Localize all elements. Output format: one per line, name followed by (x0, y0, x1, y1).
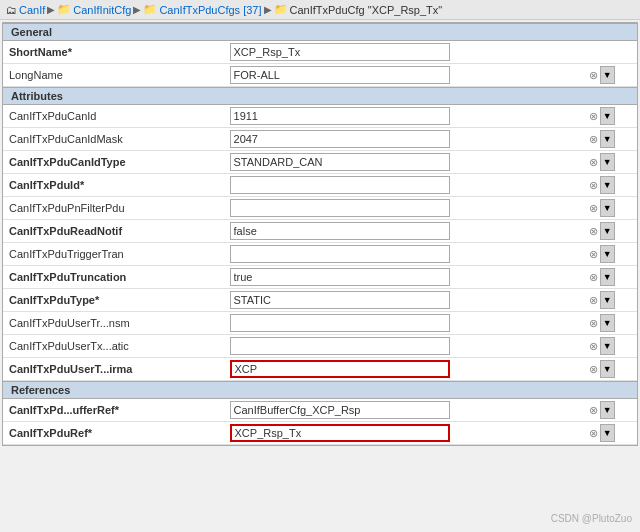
breadcrumb-link-2[interactable]: CanIfTxPduCfgs [37] (159, 4, 261, 16)
clear-button-attributes-pduid[interactable]: ⊗ (588, 180, 599, 191)
clear-button-attributes-canidtype[interactable]: ⊗ (588, 157, 599, 168)
value-cell-references-pdoref (224, 422, 582, 445)
ctrl-cell-attributes-triggertran: ⊗▼ (582, 243, 637, 266)
dropdown-button-references-bufferref[interactable]: ▼ (600, 401, 615, 419)
ctrl-cell-attributes-canid: ⊗▼ (582, 105, 637, 128)
value-cell-general-shortname (224, 41, 582, 64)
table-row-attributes-readnotif: CanIfTxPduReadNotif⊗▼ (3, 220, 637, 243)
breadcrumb-link-0[interactable]: CanIf (19, 4, 45, 16)
clear-button-attributes-usertransnsm[interactable]: ⊗ (588, 318, 599, 329)
input-attributes-triggertran[interactable] (230, 245, 450, 263)
watermark: CSDN @PlutoZuo (551, 513, 632, 524)
ctrl-cell-attributes-usertransnsm: ⊗▼ (582, 312, 637, 335)
ctrl-cell-attributes-truncation: ⊗▼ (582, 266, 637, 289)
main-content: General ShortName*LongName⊗▼ Attributes … (2, 22, 638, 446)
input-general-shortname[interactable] (230, 43, 450, 61)
general-table: ShortName*LongName⊗▼ (3, 41, 637, 87)
input-attributes-canidtype[interactable] (230, 153, 450, 171)
table-row-attributes-truncation: CanIfTxPduTruncation⊗▼ (3, 266, 637, 289)
section-attributes-header: Attributes (3, 87, 637, 105)
ctrl-group-attributes-triggertran: ⊗▼ (588, 245, 631, 263)
ctrl-cell-general-shortname (582, 41, 637, 64)
table-row-attributes-triggertran: CanIfTxPduTriggerTran⊗▼ (3, 243, 637, 266)
breadcrumb-current: CanIfTxPduCfg "XCP_Rsp_Tx" (290, 4, 443, 16)
value-cell-attributes-readnotif (224, 220, 582, 243)
dropdown-button-attributes-usertransnsm[interactable]: ▼ (600, 314, 615, 332)
dropdown-button-references-pdoref[interactable]: ▼ (600, 424, 615, 442)
label-attributes-usertirma: CanIfTxPduUserT...irma (3, 358, 224, 381)
dropdown-button-attributes-canidmask[interactable]: ▼ (600, 130, 615, 148)
table-row-attributes-type: CanIfTxPduType*⊗▼ (3, 289, 637, 312)
table-row-general-longname: LongName⊗▼ (3, 64, 637, 87)
table-row-attributes-canidmask: CanIfTxPduCanIdMask⊗▼ (3, 128, 637, 151)
label-general-shortname: ShortName* (3, 41, 224, 64)
section-references-header: References (3, 381, 637, 399)
ctrl-cell-attributes-usertirma: ⊗▼ (582, 358, 637, 381)
input-attributes-canidmask[interactable] (230, 130, 450, 148)
input-attributes-type[interactable] (230, 291, 450, 309)
references-table: CanIfTxPd...ufferRef*⊗▼CanIfTxPduRef*⊗▼ (3, 399, 637, 445)
label-attributes-pduid: CanIfTxPduId* (3, 174, 224, 197)
value-cell-attributes-usertxatic (224, 335, 582, 358)
ctrl-group-references-pdoref: ⊗▼ (588, 424, 631, 442)
dropdown-button-attributes-readnotif[interactable]: ▼ (600, 222, 615, 240)
ctrl-group-attributes-readnotif: ⊗▼ (588, 222, 631, 240)
clear-button-references-bufferref[interactable]: ⊗ (588, 405, 599, 416)
table-row-attributes-canidtype: CanIfTxPduCanIdType⊗▼ (3, 151, 637, 174)
dropdown-button-attributes-usertxatic[interactable]: ▼ (600, 337, 615, 355)
dropdown-button-attributes-truncation[interactable]: ▼ (600, 268, 615, 286)
label-references-pdoref: CanIfTxPduRef* (3, 422, 224, 445)
input-attributes-truncation[interactable] (230, 268, 450, 286)
table-row-attributes-usertirma: CanIfTxPduUserT...irma⊗▼ (3, 358, 637, 381)
ctrl-group-references-bufferref: ⊗▼ (588, 401, 631, 419)
input-attributes-usertirma[interactable] (230, 360, 450, 378)
input-attributes-usertransnsm[interactable] (230, 314, 450, 332)
ctrl-group-attributes-canidtype: ⊗▼ (588, 153, 631, 171)
dropdown-button-attributes-canid[interactable]: ▼ (600, 107, 615, 125)
input-attributes-canid[interactable] (230, 107, 450, 125)
dropdown-button-general-longname[interactable]: ▼ (600, 66, 615, 84)
clear-button-references-pdoref[interactable]: ⊗ (588, 428, 599, 439)
value-cell-attributes-usertirma (224, 358, 582, 381)
clear-button-general-longname[interactable]: ⊗ (588, 70, 599, 81)
dropdown-button-attributes-triggertran[interactable]: ▼ (600, 245, 615, 263)
input-general-longname[interactable] (230, 66, 450, 84)
clear-button-attributes-triggertran[interactable]: ⊗ (588, 249, 599, 260)
clear-button-attributes-canidmask[interactable]: ⊗ (588, 134, 599, 145)
table-row-references-pdoref: CanIfTxPduRef*⊗▼ (3, 422, 637, 445)
ctrl-cell-attributes-readnotif: ⊗▼ (582, 220, 637, 243)
attributes-table: CanIfTxPduCanId⊗▼CanIfTxPduCanIdMask⊗▼Ca… (3, 105, 637, 381)
dropdown-button-attributes-canidtype[interactable]: ▼ (600, 153, 615, 171)
clear-button-attributes-usertxatic[interactable]: ⊗ (588, 341, 599, 352)
dropdown-button-attributes-type[interactable]: ▼ (600, 291, 615, 309)
ctrl-cell-attributes-pduid: ⊗▼ (582, 174, 637, 197)
dropdown-button-attributes-pnfilter[interactable]: ▼ (600, 199, 615, 217)
ctrl-cell-attributes-type: ⊗▼ (582, 289, 637, 312)
label-references-bufferref: CanIfTxPd...ufferRef* (3, 399, 224, 422)
input-references-bufferref[interactable] (230, 401, 450, 419)
dropdown-button-attributes-pduid[interactable]: ▼ (600, 176, 615, 194)
value-cell-attributes-pnfilter (224, 197, 582, 220)
breadcrumb: 🗂 CanIf ▶ 📁 CanIfInitCfg ▶ 📁 CanIfTxPduC… (0, 0, 640, 20)
input-attributes-pduid[interactable] (230, 176, 450, 194)
clear-button-attributes-type[interactable]: ⊗ (588, 295, 599, 306)
clear-button-attributes-usertirma[interactable]: ⊗ (588, 364, 599, 375)
clear-button-attributes-pnfilter[interactable]: ⊗ (588, 203, 599, 214)
table-row-attributes-usertxatic: CanIfTxPduUserTx...atic⊗▼ (3, 335, 637, 358)
ctrl-group-general-longname: ⊗▼ (588, 66, 631, 84)
ctrl-group-attributes-type: ⊗▼ (588, 291, 631, 309)
label-attributes-pnfilter: CanIfTxPduPnFilterPdu (3, 197, 224, 220)
input-attributes-pnfilter[interactable] (230, 199, 450, 217)
breadcrumb-icon-1: 📁 (57, 3, 71, 16)
breadcrumb-icon-2: 📁 (143, 3, 157, 16)
input-references-pdoref[interactable] (230, 424, 450, 442)
clear-button-attributes-truncation[interactable]: ⊗ (588, 272, 599, 283)
table-row-general-shortname: ShortName* (3, 41, 637, 64)
input-attributes-readnotif[interactable] (230, 222, 450, 240)
clear-button-attributes-canid[interactable]: ⊗ (588, 111, 599, 122)
input-attributes-usertxatic[interactable] (230, 337, 450, 355)
clear-button-attributes-readnotif[interactable]: ⊗ (588, 226, 599, 237)
dropdown-button-attributes-usertirma[interactable]: ▼ (600, 360, 615, 378)
ctrl-cell-attributes-pnfilter: ⊗▼ (582, 197, 637, 220)
breadcrumb-link-1[interactable]: CanIfInitCfg (73, 4, 131, 16)
